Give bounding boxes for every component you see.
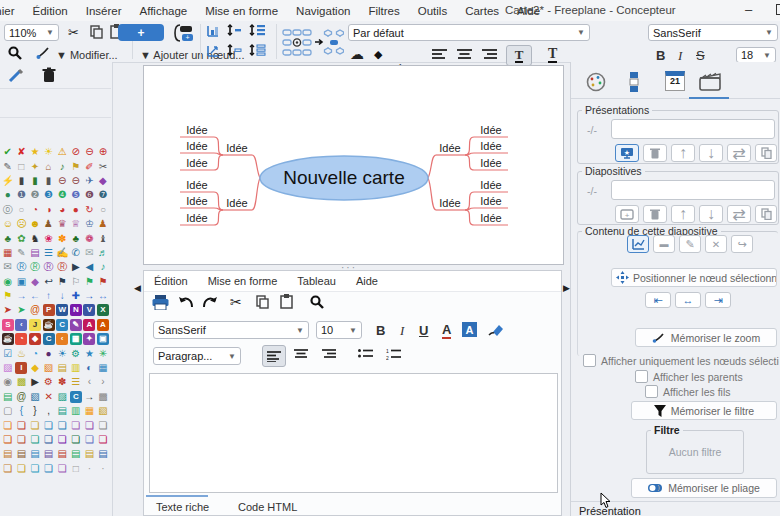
- palette-icon[interactable]: ☰: [42, 246, 56, 260]
- palette-icon[interactable]: ❸: [42, 188, 56, 202]
- move-presentation-down-button[interactable]: ↓: [699, 144, 723, 162]
- palette-icon[interactable]: ✿: [15, 231, 29, 245]
- palette-icon[interactable]: ▥: [69, 404, 83, 418]
- search-icon[interactable]: [8, 46, 22, 60]
- palette-icon[interactable]: ★: [83, 346, 97, 360]
- show-children-checkbox[interactable]: Afficher les fils: [645, 385, 779, 398]
- content-chart-button[interactable]: [627, 235, 649, 253]
- palette-icon[interactable]: ✽: [55, 231, 69, 245]
- modify-dropdown[interactable]: ▼ Modifier...: [56, 49, 118, 61]
- palette-icon[interactable]: P: [42, 303, 56, 317]
- palette-icon[interactable]: ▨: [55, 390, 69, 404]
- palette-icon[interactable]: ⊖: [83, 145, 97, 159]
- palette-icon[interactable]: {: [15, 404, 29, 418]
- palette-icon[interactable]: ▤: [69, 447, 83, 461]
- palette-icon[interactable]: ◉: [1, 375, 15, 389]
- note-highlight-button[interactable]: A: [462, 322, 477, 337]
- palette-icon[interactable]: ○: [96, 203, 110, 217]
- palette-icon[interactable]: ↔: [96, 289, 110, 303]
- palette-icon[interactable]: ◔: [28, 346, 42, 360]
- palette-icon[interactable]: ●: [1, 188, 15, 202]
- palette-icon[interactable]: ✆: [69, 246, 83, 260]
- menu-filtres[interactable]: Filtres: [359, 5, 408, 17]
- note-italic-button[interactable]: I: [400, 323, 404, 339]
- palette-icon[interactable]: V: [83, 303, 97, 317]
- palette-icon[interactable]: ◑: [42, 203, 56, 217]
- palette-icon[interactable]: ❏: [15, 418, 29, 432]
- swap-presentation-button[interactable]: ⇄: [727, 144, 751, 162]
- palette-icon[interactable]: ❏: [69, 418, 83, 432]
- map-node[interactable]: Idée: [439, 142, 460, 154]
- palette-icon[interactable]: ·: [83, 462, 97, 476]
- note-text-area[interactable]: [149, 373, 558, 493]
- root-node-label[interactable]: Nouvelle carte: [283, 167, 404, 188]
- redo-icon[interactable]: [202, 296, 218, 309]
- palette-icon[interactable]: ✍: [55, 246, 69, 260]
- cut-icon[interactable]: ✂: [68, 26, 79, 39]
- palette-icon[interactable]: ↩: [42, 275, 56, 289]
- memorize-filter-button[interactable]: Mémoriser le filtre: [631, 401, 777, 420]
- palette-icon[interactable]: ◆: [96, 174, 110, 188]
- note-font-color-button[interactable]: A: [442, 323, 451, 339]
- add-node-button[interactable]: +: [118, 24, 164, 41]
- palette-icon[interactable]: ▢: [1, 404, 15, 418]
- palette-icon[interactable]: }: [28, 404, 42, 418]
- fit-center-button[interactable]: ↔: [675, 292, 701, 308]
- palette-icon[interactable]: ▦: [83, 404, 97, 418]
- nodetext-format-button[interactable]: T: [548, 47, 557, 63]
- menu-mise-en-forme[interactable]: Mise en forme: [196, 5, 287, 17]
- maximize-button[interactable]: [776, 4, 780, 15]
- map-node[interactable]: Idée: [480, 124, 501, 136]
- memorize-fold-button[interactable]: Mémoriser le pliage: [631, 478, 777, 498]
- style-select[interactable]: Par défaut▼: [348, 24, 590, 41]
- palette-icon[interactable]: →: [83, 390, 97, 404]
- note-align-left-button[interactable]: [262, 345, 286, 367]
- palette-icon[interactable]: ❏: [69, 433, 83, 447]
- palette-icon[interactable]: ❏: [83, 433, 97, 447]
- collapse-right-icon[interactable]: ▶: [563, 283, 570, 293]
- fit-right-button[interactable]: ⇥: [705, 292, 731, 308]
- palette-icon[interactable]: □: [15, 159, 29, 173]
- palette-icon[interactable]: ⚑: [1, 289, 15, 303]
- palette-icon[interactable]: ♣: [69, 231, 83, 245]
- menu-outils[interactable]: Outils: [409, 5, 456, 17]
- palette-icon[interactable]: ▮: [28, 174, 42, 188]
- palette-icon[interactable]: ☹: [15, 217, 29, 231]
- palette-icon[interactable]: ✳: [96, 346, 110, 360]
- palette-icon[interactable]: ❀: [42, 231, 56, 245]
- note-bold-button[interactable]: B: [376, 323, 385, 338]
- palette-icon[interactable]: ⊖: [69, 174, 83, 188]
- palette-icon[interactable]: ❏: [42, 418, 56, 432]
- tab-format-icon[interactable]: [629, 71, 639, 93]
- palette-icon[interactable]: ▤: [15, 447, 29, 461]
- map-node[interactable]: Idée: [480, 157, 501, 169]
- palette-icon[interactable]: C: [42, 332, 56, 346]
- note-menu-tableau[interactable]: Tableau: [287, 275, 346, 287]
- note-align-right-button[interactable]: [322, 349, 336, 360]
- palette-icon[interactable]: ♣: [1, 231, 15, 245]
- palette-icon[interactable]: I: [15, 361, 29, 375]
- add-child-node-icon[interactable]: +: [172, 23, 194, 43]
- palette-icon[interactable]: ✦: [83, 332, 97, 346]
- palette-icon[interactable]: ✦: [28, 159, 42, 173]
- note-menu-mise-en-forme[interactable]: Mise en forme: [198, 275, 288, 287]
- note-search-icon[interactable]: [310, 295, 324, 309]
- palette-icon[interactable]: ◐: [83, 361, 97, 375]
- copy-slide-button[interactable]: [755, 205, 777, 223]
- note-font-size-select[interactable]: 10▼: [316, 321, 362, 339]
- copy-icon[interactable]: [90, 25, 103, 39]
- map-node[interactable]: Idée: [226, 197, 247, 209]
- show-parents-checkbox[interactable]: Afficher les parents: [635, 370, 779, 383]
- palette-icon[interactable]: ⚡: [1, 174, 15, 188]
- palette-icon[interactable]: ◕: [55, 203, 69, 217]
- palette-icon[interactable]: ♟: [42, 217, 56, 231]
- palette-icon[interactable]: ♞: [28, 231, 42, 245]
- note-copy-icon[interactable]: [256, 295, 269, 309]
- map-node[interactable]: Idée: [480, 195, 501, 207]
- palette-icon[interactable]: ⚙: [69, 346, 83, 360]
- trash-icon[interactable]: [42, 67, 56, 83]
- numbered-list-icon[interactable]: 12: [386, 349, 401, 360]
- palette-icon[interactable]: ◉: [1, 275, 15, 289]
- map-canvas[interactable]: Nouvelle carte Idée Idée Idée Idée Idée …: [143, 65, 564, 265]
- palette-icon[interactable]: ⚑: [83, 275, 97, 289]
